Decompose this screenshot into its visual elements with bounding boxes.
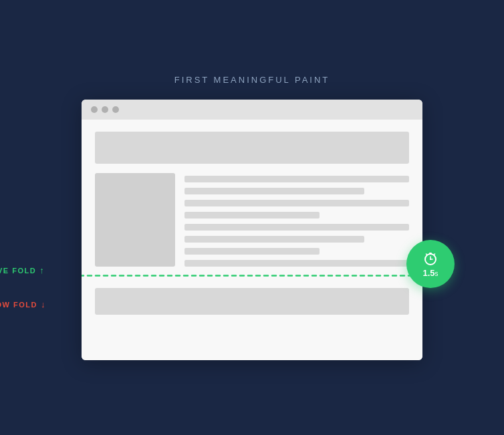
timer-value: 1.5s bbox=[422, 269, 438, 277]
below-fold-label: BELOW FOLD ↓ bbox=[0, 299, 46, 309]
content-line-2 bbox=[184, 188, 364, 194]
content-hero-block bbox=[95, 132, 409, 164]
content-line-4 bbox=[184, 212, 320, 219]
content-line-3 bbox=[184, 200, 409, 206]
svg-point-8 bbox=[430, 259, 431, 260]
browser-dot-1 bbox=[91, 106, 98, 113]
content-lines bbox=[184, 173, 409, 267]
content-line-8 bbox=[184, 260, 409, 267]
page-title: FIRST MEANINGFUL PAINT bbox=[174, 75, 330, 85]
svg-line-5 bbox=[434, 254, 435, 255]
content-row bbox=[95, 173, 409, 267]
content-line-6 bbox=[184, 236, 364, 243]
content-space bbox=[95, 324, 409, 344]
timer-badge: 1.5s bbox=[406, 240, 455, 288]
above-fold-text: ABOVE FOLD bbox=[0, 267, 36, 275]
browser-titlebar bbox=[82, 100, 422, 120]
stopwatch-icon bbox=[422, 251, 438, 267]
fold-dotted-line bbox=[82, 275, 422, 277]
svg-line-4 bbox=[426, 254, 428, 255]
content-footer-block bbox=[95, 288, 409, 315]
content-line-7 bbox=[184, 248, 320, 255]
content-line-5 bbox=[184, 224, 409, 231]
above-fold-arrow: ↑ bbox=[39, 265, 45, 275]
browser-content bbox=[82, 120, 422, 360]
diagram-container: FIRST MEANINGFUL PAINT ABOVE FOLD ↑ BELO… bbox=[51, 75, 453, 360]
browser-dot-2 bbox=[102, 106, 108, 113]
below-fold-text: BELOW FOLD bbox=[0, 301, 37, 309]
below-fold-arrow: ↓ bbox=[41, 299, 46, 309]
above-fold-label: ABOVE FOLD ↑ bbox=[0, 265, 46, 275]
content-line-1 bbox=[184, 176, 409, 182]
content-image-block bbox=[95, 173, 175, 267]
browser-dot-3 bbox=[112, 106, 119, 113]
browser-window bbox=[82, 100, 422, 360]
